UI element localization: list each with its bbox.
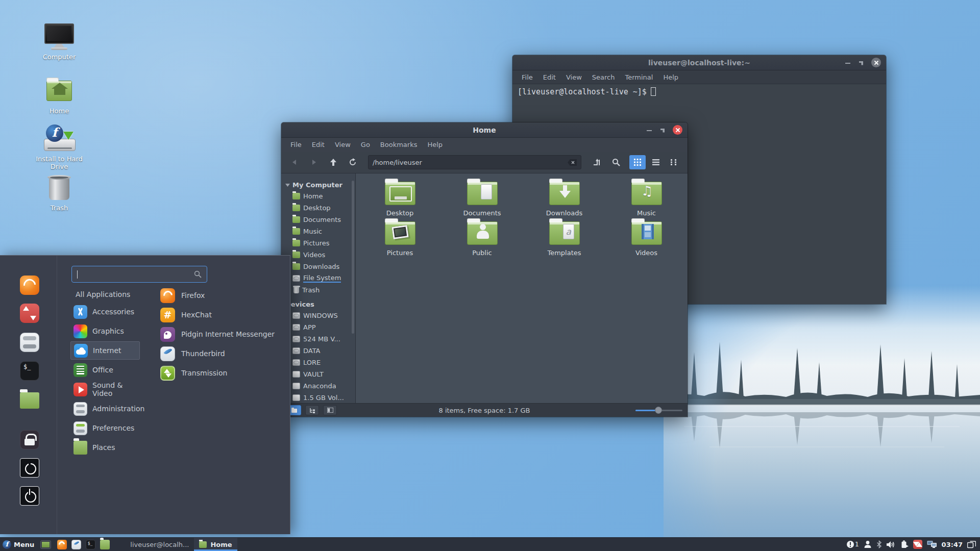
sidebar-item-trash[interactable]: Trash (281, 284, 355, 296)
back-button[interactable] (286, 155, 303, 169)
sidebar-item-music[interactable]: Music (281, 226, 355, 237)
sidebar-item-524mb-volume[interactable]: 524 MB V... (281, 333, 355, 345)
fm-menu-file[interactable]: File (286, 139, 306, 150)
clear-location-icon[interactable] (568, 159, 577, 166)
up-button[interactable] (325, 155, 341, 169)
terminal-favorite-icon[interactable] (20, 361, 39, 381)
lock-screen-icon[interactable] (20, 430, 39, 449)
folder-item-templates[interactable]: Templates (523, 219, 605, 259)
fm-file-area[interactable]: Desktop Documents Downloads ♫ Music Pict… (356, 173, 688, 403)
folder-item-pictures[interactable]: Pictures (359, 219, 441, 259)
notifications-icon[interactable]: 1 (846, 540, 859, 548)
sidebar-item-desktop[interactable]: Desktop (281, 202, 355, 214)
sidebar-item-lore[interactable]: LORE (281, 357, 355, 368)
bluetooth-icon[interactable] (876, 540, 882, 548)
fm-menu-help[interactable]: Help (423, 139, 447, 150)
files-favorite-icon[interactable] (20, 392, 39, 409)
list-view-button[interactable] (648, 155, 664, 169)
network-icon[interactable] (927, 540, 937, 548)
app-item-firefox[interactable]: Firefox (157, 287, 287, 304)
app-item-transmission[interactable]: Transmission (157, 364, 287, 382)
zoom-slider[interactable] (635, 407, 682, 414)
maximize-button[interactable] (659, 127, 666, 133)
battery-icon[interactable] (900, 540, 909, 548)
user-accounts-icon[interactable] (864, 540, 872, 548)
category-places[interactable]: Places (70, 438, 140, 457)
fm-menu-bookmarks[interactable]: Bookmarks (376, 139, 422, 150)
category-graphics[interactable]: Graphics (70, 322, 140, 340)
thunderbird-launcher[interactable] (70, 539, 82, 550)
desktop-icon-home[interactable]: Home (30, 77, 89, 115)
sidebar-item-data[interactable]: DATA (281, 345, 355, 357)
location-bar[interactable]: /home/liveuser (368, 155, 581, 169)
search-button[interactable] (608, 155, 624, 169)
folder-item-public[interactable]: Public (441, 219, 523, 259)
category-internet[interactable]: Internet (70, 341, 140, 360)
sidebar-item-15gb-volume[interactable]: 1.5 GB Vol... (281, 392, 355, 403)
show-desktop-button[interactable] (39, 539, 52, 550)
icon-view-button[interactable] (629, 155, 646, 169)
sidebar-item-downloads[interactable]: Downloads (281, 261, 355, 272)
forward-button[interactable] (306, 155, 322, 169)
terminal-launcher[interactable] (84, 539, 96, 550)
toggle-location-entry-button[interactable] (589, 155, 605, 169)
terminal-titlebar[interactable]: liveuser@localhost-live:~ (512, 55, 886, 70)
clock[interactable]: 03:47 (942, 541, 963, 548)
desktop-icon-install[interactable]: f Install to Hard Drive (30, 124, 89, 170)
folder-item-documents[interactable]: Documents (441, 180, 523, 219)
software-update-favorite-icon[interactable] (20, 304, 39, 323)
refresh-button[interactable] (345, 155, 361, 169)
terminal-menu-terminal[interactable]: Terminal (621, 72, 657, 83)
category-all-applications[interactable]: All Applications (70, 285, 140, 304)
terminal-menu-view[interactable]: View (562, 72, 586, 83)
firefox-launcher[interactable] (56, 539, 68, 550)
folder-item-desktop[interactable]: Desktop (359, 180, 441, 219)
sidebar-item-documents[interactable]: Documents (281, 214, 355, 226)
sidebar-item-file-system[interactable]: File System (281, 272, 355, 284)
file-manager-titlebar[interactable]: Home (281, 122, 688, 138)
sidebar-section-devices[interactable]: Devices (281, 299, 355, 310)
terminal-menu-search[interactable]: Search (588, 72, 619, 83)
category-administration[interactable]: Administration (70, 399, 140, 418)
close-button[interactable] (871, 58, 881, 67)
files-launcher[interactable] (99, 539, 111, 550)
folder-item-videos[interactable]: Videos (605, 219, 688, 259)
sidebar-section-my-computer[interactable]: My Computer (281, 180, 355, 190)
folder-item-downloads[interactable]: Downloads (523, 180, 605, 219)
logout-icon[interactable] (20, 458, 39, 478)
desktop-icon-trash[interactable]: Trash (30, 173, 89, 212)
category-preferences[interactable]: Preferences (70, 419, 140, 437)
app-item-thunderbird[interactable]: Thunderbird (157, 345, 287, 362)
sidebar-scrollbar[interactable] (352, 181, 354, 334)
task-button-terminal[interactable]: liveuser@localh... (114, 538, 194, 551)
sidebar-item-videos[interactable]: Videos (281, 249, 355, 261)
app-item-hexchat[interactable]: HexChat (157, 306, 287, 323)
shutdown-icon[interactable] (20, 486, 39, 506)
window-list-icon[interactable] (967, 541, 976, 548)
sidebar-item-pictures[interactable]: Pictures (281, 237, 355, 249)
minimize-button[interactable] (646, 127, 652, 133)
sidebar-item-windows[interactable]: WINDOWS (281, 310, 355, 321)
fm-menu-go[interactable]: Go (357, 139, 374, 150)
category-accessories[interactable]: Accessories (70, 303, 140, 321)
sidebar-item-vault[interactable]: VAULT (281, 368, 355, 380)
maximize-button[interactable] (858, 60, 864, 66)
terminal-menu-file[interactable]: File (518, 72, 537, 83)
zoom-slider-knob[interactable] (655, 407, 662, 414)
volume-icon[interactable] (887, 541, 895, 548)
desktop-icon-computer[interactable]: Computer (30, 22, 89, 61)
sidebar-item-home[interactable]: Home (281, 190, 355, 202)
fm-menu-edit[interactable]: Edit (308, 139, 329, 150)
firefox-favorite-icon[interactable] (20, 276, 39, 295)
update-notifier-icon[interactable] (913, 540, 922, 549)
terminal-menu-help[interactable]: Help (659, 72, 682, 83)
close-button[interactable] (673, 125, 682, 135)
compact-view-button[interactable] (666, 155, 682, 169)
minimize-button[interactable] (845, 60, 851, 66)
terminal-menu-edit[interactable]: Edit (539, 72, 560, 83)
sidebar-item-anaconda[interactable]: Anaconda (281, 380, 355, 392)
app-item-pidgin[interactable]: Pidgin Internet Messenger (157, 325, 287, 343)
category-office[interactable]: Office (70, 361, 140, 379)
sidebar-item-app[interactable]: APP (281, 321, 355, 333)
system-settings-favorite-icon[interactable] (20, 333, 39, 352)
